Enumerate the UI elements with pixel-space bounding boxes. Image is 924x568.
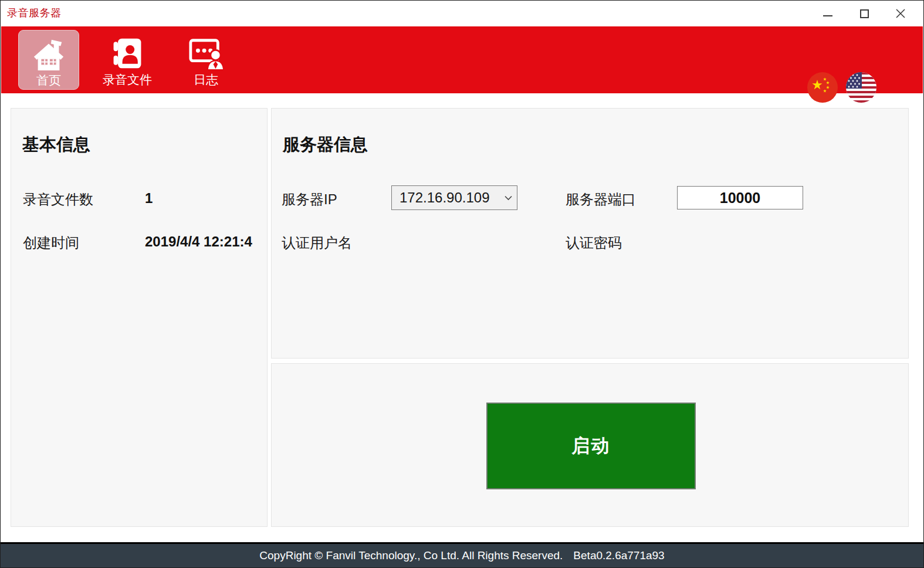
usa-flag-icon[interactable] (846, 72, 876, 103)
china-flag-icon[interactable] (807, 72, 838, 103)
recording-count-label: 录音文件数 (23, 190, 93, 209)
server-port-input[interactable] (677, 186, 803, 209)
nav-label-log: 日志 (194, 72, 218, 87)
auth-password-label: 认证密码 (566, 234, 622, 252)
nav-label-recordings: 录音文件 (103, 72, 152, 87)
server-info-title: 服务器信息 (283, 133, 368, 157)
minimize-button[interactable] (810, 1, 846, 26)
action-panel: 启动 (271, 363, 909, 527)
maximize-icon (860, 9, 869, 18)
start-button[interactable]: 启动 (486, 403, 696, 489)
copyright-text: CopyRight © Fanvil Technology., Co Ltd. … (259, 549, 563, 562)
creation-time-value: 2019/4/4 12:21:4 (145, 234, 260, 250)
close-button[interactable] (882, 1, 919, 26)
auth-username-label: 认证用户名 (282, 234, 352, 252)
nav-label-home: 首页 (36, 73, 61, 88)
app-window: 录音服务器 (0, 0, 924, 568)
home-icon (31, 35, 67, 73)
close-icon (895, 8, 906, 19)
server-ip-select[interactable]: 172.16.90.109 (391, 185, 517, 210)
version-text: Beta0.2.6a771a93 (573, 549, 664, 562)
window-controls (810, 1, 919, 26)
title-bar: 录音服务器 (1, 1, 923, 26)
recording-files-icon (110, 35, 145, 72)
minimize-icon (823, 15, 832, 16)
server-ip-label: 服务器IP (282, 190, 337, 209)
nav-item-home[interactable]: 首页 (18, 30, 79, 90)
window-title: 录音服务器 (7, 6, 62, 20)
main-toolbar: 首页 录音文件 (1, 26, 923, 93)
maximize-button[interactable] (846, 1, 882, 26)
server-ip-value: 172.16.90.109 (392, 190, 499, 206)
basic-info-panel: 基本信息 录音文件数 1 创建时间 2019/4/4 12:21:4 (11, 108, 268, 527)
nav-item-recordings[interactable]: 录音文件 (97, 30, 158, 90)
server-port-label: 服务器端口 (566, 190, 636, 209)
recording-count-value: 1 (145, 190, 153, 207)
nav-item-log[interactable]: 日志 (177, 30, 235, 90)
basic-info-title: 基本信息 (22, 133, 90, 157)
footer-bar: CopyRight © Fanvil Technology., Co Ltd. … (1, 542, 923, 567)
log-icon (187, 35, 225, 72)
creation-time-label: 创建时间 (23, 234, 79, 252)
server-info-panel: 服务器信息 服务器IP 172.16.90.109 服务器端口 认证用户名 认证… (271, 108, 909, 359)
chevron-down-icon (499, 195, 517, 201)
